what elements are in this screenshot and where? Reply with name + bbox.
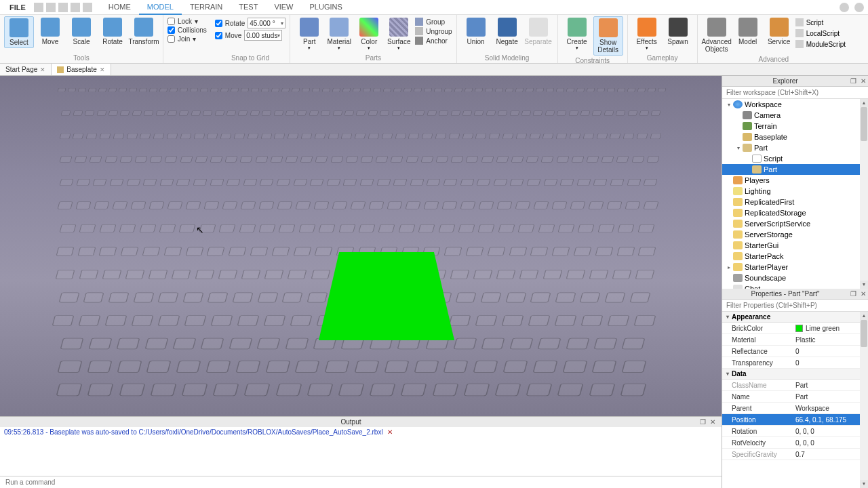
prop-specificgravity[interactable]: SpecificGravity0.7	[722, 449, 868, 460]
snap-move[interactable]: Move0.00 studs	[215, 30, 285, 41]
tree-item-serverscriptservice[interactable]: ServerScriptService	[722, 218, 868, 229]
advanced-objects-button[interactable]: Advanced Objects	[702, 16, 732, 54]
tree-item-script[interactable]: Script	[722, 153, 868, 164]
ribbon-tab-plugins[interactable]: PLUGINS	[302, 0, 351, 15]
properties-dock-icon[interactable]: ❐	[848, 290, 859, 298]
qat-play-icon[interactable]	[71, 3, 80, 12]
scroll-up-icon[interactable]: ▲	[860, 99, 868, 107]
ungroup-button[interactable]: Ungroup	[415, 27, 452, 35]
close-tab-icon[interactable]: ✕	[40, 66, 45, 73]
explorer-scrollbar[interactable]: ▲ ▼	[860, 99, 868, 289]
doctab-start-page[interactable]: Start Page✕	[0, 64, 52, 75]
properties-filter-input[interactable]	[722, 300, 868, 311]
tree-item-starterpack[interactable]: StarterPack	[722, 251, 868, 262]
ribbon-tab-test[interactable]: TEST	[231, 0, 266, 15]
tree-item-soundscape[interactable]: Soundscape	[722, 272, 868, 283]
scroll-down-icon[interactable]: ▼	[860, 281, 868, 289]
tree-item-chat[interactable]: Chat	[722, 283, 868, 289]
tree-item-starterplayer[interactable]: ▸StarterPlayer	[722, 262, 868, 272]
prop-section-appearance[interactable]: ▾Appearance	[722, 312, 868, 323]
properties-close-icon[interactable]: ✕	[859, 290, 868, 298]
prop-material[interactable]: MaterialPlastic	[722, 334, 868, 346]
ribbon-tab-model[interactable]: MODEL	[139, 0, 182, 15]
prop-transparency[interactable]: Transparency0	[722, 357, 868, 369]
explorer-tree[interactable]: ▾WorkspaceCameraTerrainBaseplate▾PartScr…	[722, 99, 868, 289]
prop-brickcolor[interactable]: BrickColorLime green	[722, 323, 868, 334]
anchor-button[interactable]: Anchor	[415, 37, 452, 45]
rotate-button[interactable]: Rotate	[98, 16, 127, 47]
collisions-toggle[interactable]: Collisions	[167, 26, 207, 34]
effects-button[interactable]: Effects▾	[632, 16, 662, 52]
tree-item-part[interactable]: ▾Part	[722, 142, 868, 153]
prop-rotation[interactable]: ▸Rotation0, 0, 0	[722, 426, 868, 437]
localscript-button[interactable]: LocalScript	[795, 28, 846, 38]
prop-rotvelocity[interactable]: ▸RotVelocity0, 0, 0	[722, 437, 868, 449]
scale-button[interactable]: Scale	[66, 16, 96, 47]
file-menu[interactable]: FILE	[4, 3, 31, 12]
tree-item-replicatedfirst[interactable]: ReplicatedFirst	[722, 197, 868, 207]
negate-button[interactable]: Negate	[492, 16, 522, 47]
qat-undo-icon[interactable]	[46, 3, 56, 12]
spawn-button[interactable]: Spawn	[663, 16, 693, 47]
modulescript-button[interactable]: ModuleScript	[795, 39, 846, 49]
explorer-filter-input[interactable]	[722, 87, 868, 98]
prop-parent[interactable]: ParentWorkspace	[722, 403, 868, 414]
tree-item-replicatedstorage[interactable]: ReplicatedStorage	[722, 207, 868, 218]
tree-item-camera[interactable]: Camera	[722, 110, 868, 121]
properties-panel[interactable]: ▾AppearanceBrickColorLime greenMaterialP…	[722, 312, 868, 488]
part-button[interactable]: Part▾	[294, 16, 324, 52]
qat-new-icon[interactable]	[34, 3, 43, 12]
tree-item-terrain[interactable]: Terrain	[722, 121, 868, 131]
ribbon-tab-home[interactable]: HOME	[100, 0, 139, 15]
separate-button[interactable]: Separate	[524, 16, 553, 47]
window-min-icon[interactable]	[840, 3, 849, 12]
prop-position[interactable]: ▸Position66.4, 0.1, 68.175	[722, 414, 868, 426]
color-button[interactable]: Color▾	[354, 16, 384, 52]
output-close-icon[interactable]: ✕	[708, 418, 717, 426]
ribbon-tab-terrain[interactable]: TERRAIN	[182, 0, 231, 15]
prop-classname[interactable]: ClassNamePart	[722, 380, 868, 391]
qat-more-icon[interactable]	[83, 3, 92, 12]
output-panel[interactable]: 09:55:26.813 - Baseplate was auto-saved …	[0, 427, 722, 476]
material-button[interactable]: Material▾	[324, 16, 354, 52]
selected-part[interactable]	[319, 252, 454, 340]
tree-item-startergui[interactable]: StarterGui	[722, 240, 868, 251]
service-button[interactable]: Service	[764, 16, 794, 47]
scroll-thumb[interactable]	[861, 320, 867, 347]
tree-item-workspace[interactable]: ▾Workspace	[722, 99, 868, 110]
show-details-button[interactable]: Show Details	[593, 16, 623, 56]
scroll-down-icon[interactable]: ▼	[860, 480, 868, 488]
scroll-up-icon[interactable]: ▲	[860, 312, 868, 320]
scroll-thumb[interactable]	[861, 107, 867, 141]
surface-button[interactable]: Surface▾	[384, 16, 414, 52]
viewport-3d[interactable]: ↖	[0, 76, 722, 416]
tree-item-lighting[interactable]: Lighting	[722, 186, 868, 197]
create-constraint-button[interactable]: Create▾	[562, 16, 592, 52]
output-dock-icon[interactable]: ❐	[698, 418, 708, 426]
help-icon[interactable]	[854, 3, 864, 12]
explorer-close-icon[interactable]: ✕	[859, 77, 868, 85]
model-button[interactable]: Model	[733, 16, 763, 47]
qat-redo-icon[interactable]	[58, 3, 68, 12]
join-toggle[interactable]: Join ▾	[167, 35, 207, 43]
move-button[interactable]: Move	[35, 16, 65, 47]
tree-item-serverstorage[interactable]: ServerStorage	[722, 229, 868, 240]
group-button[interactable]: Group	[415, 18, 452, 26]
tree-item-part[interactable]: Part	[722, 164, 868, 175]
doctab-baseplate[interactable]: Baseplate✕	[52, 64, 111, 75]
explorer-dock-icon[interactable]: ❐	[848, 77, 859, 85]
close-tab-icon[interactable]: ✕	[100, 66, 105, 73]
script-button[interactable]: Script	[795, 18, 846, 27]
prop-name[interactable]: NamePart	[722, 391, 868, 403]
snap-rotate[interactable]: Rotate45.000 °	[215, 18, 285, 28]
ribbon-tab-view[interactable]: VIEW	[266, 0, 301, 15]
command-input[interactable]	[0, 476, 722, 488]
properties-scrollbar[interactable]: ▲ ▼	[860, 312, 868, 488]
lock-toggle[interactable]: Lock ▾	[167, 18, 207, 25]
union-button[interactable]: Union	[461, 16, 491, 47]
prop-reflectance[interactable]: Reflectance0	[722, 346, 868, 357]
prop-section-data[interactable]: ▾Data	[722, 369, 868, 380]
transform-button[interactable]: Transform	[129, 16, 159, 47]
tree-item-baseplate[interactable]: Baseplate	[722, 131, 868, 142]
select-button[interactable]: Select	[4, 16, 34, 48]
